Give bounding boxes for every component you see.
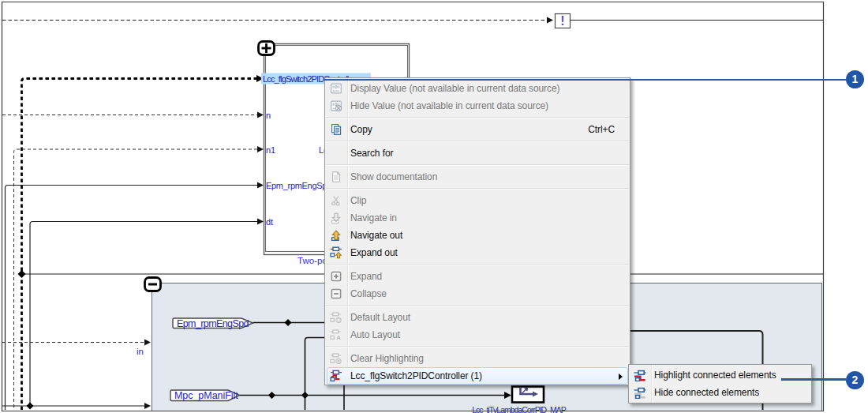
svg-text:Epm_rpmEngSpd: Epm_rpmEngSpd	[177, 318, 249, 329]
svg-text:D: D	[337, 317, 341, 323]
svg-text:n: n	[266, 111, 271, 120]
svg-text:Lcc_tiTvLambdaCorrPID_MAP: Lcc_tiTvLambdaCorrPID_MAP	[472, 405, 567, 413]
svg-text:dt: dt	[266, 217, 273, 227]
svg-text:A: A	[336, 334, 341, 341]
svg-text:Epm_rpmEngSpd: Epm_rpmEngSpd	[266, 181, 331, 190]
svg-text:!: !	[560, 14, 564, 28]
svg-text:Mpc_pManiFilt: Mpc_pManiFilt	[174, 390, 238, 401]
svg-text:n1: n1	[266, 145, 275, 155]
svg-text:in: in	[137, 347, 144, 356]
